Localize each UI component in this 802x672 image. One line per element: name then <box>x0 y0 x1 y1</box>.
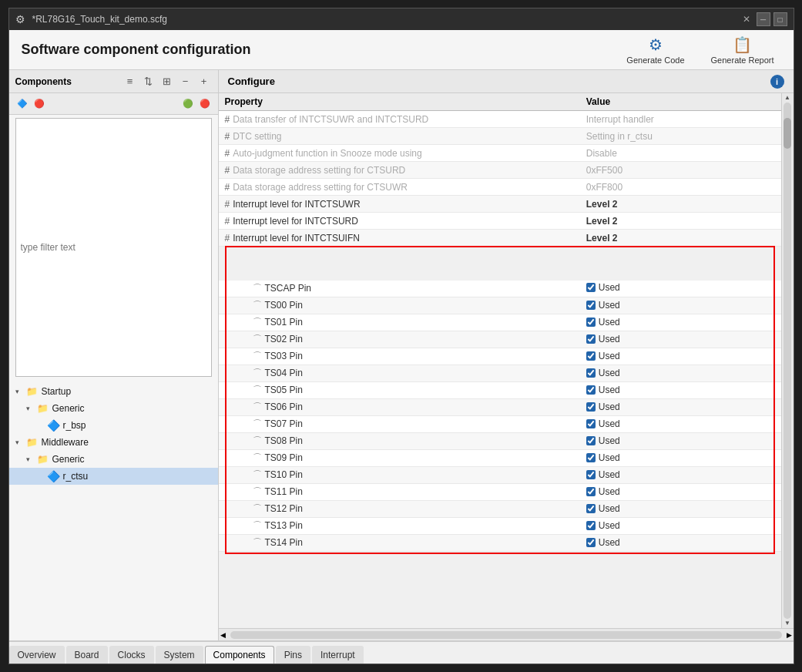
pin-row: ⌒TS01 PinUsed <box>219 314 781 331</box>
configure-header: Configure i <box>219 70 794 93</box>
folder-icon: 📁 <box>26 436 39 449</box>
used-checkbox[interactable] <box>586 419 596 428</box>
vertical-scrollbar[interactable]: ▲ ▼ <box>781 93 794 628</box>
used-checkbox[interactable] <box>586 402 596 412</box>
left-panel: Components ≡ ⇅ ⊞ − + 🔷 🔴 🟢 🔴 ▾ 📁 <box>9 70 219 640</box>
pin-row: ⌒TS14 PinUsed <box>219 535 781 552</box>
used-checkbox[interactable] <box>586 334 596 344</box>
tree-label-generic2: Generic <box>52 454 85 465</box>
table-row: #DTC settingSetting in r_ctsu <box>219 128 781 145</box>
used-label: Used <box>599 385 620 395</box>
tree-label-generic1: Generic <box>52 403 85 414</box>
used-label: Used <box>599 334 620 344</box>
filter-icon-btn[interactable]: ≡ <box>122 74 138 89</box>
generate-report-label: Generate Report <box>711 55 774 65</box>
pin-row: ⌒TS03 PinUsed <box>219 348 781 365</box>
used-label: Used <box>599 435 620 446</box>
tree-label-startup: Startup <box>42 386 72 397</box>
generate-code-label: Generate Code <box>626 55 684 65</box>
tab-components[interactable]: Components <box>205 646 274 664</box>
title-bar: ⚙ *RL78G16_Touch_kit_demo.scfg ✕ ─ □ <box>9 8 794 30</box>
add-icon-btn[interactable]: 🔷 <box>15 97 29 111</box>
tree-item-r-bsp[interactable]: ▶ 🔷 r_bsp <box>9 417 218 434</box>
pin-row: ⌒TS08 PinUsed <box>219 433 781 450</box>
used-label: Used <box>599 351 620 361</box>
tab-system[interactable]: System <box>156 646 203 664</box>
pin-row: ⌒TS05 PinUsed <box>219 382 781 399</box>
info-icon-button[interactable]: i <box>770 75 784 89</box>
used-checkbox[interactable] <box>586 385 596 395</box>
table-row: #Data transfer of INTCTSUWR and INTCTSUR… <box>219 111 781 128</box>
pin-row: ⌒TS06 PinUsed <box>219 399 781 416</box>
resources-header-row <box>219 247 781 264</box>
used-checkbox[interactable] <box>586 301 596 310</box>
tree-container: ▾ 📁 Startup ▾ 📁 Generic ▶ 🔷 r_bsp <box>9 380 218 640</box>
scroll-up-btn[interactable]: ▲ <box>784 95 790 101</box>
tree-item-r-ctsu[interactable]: ▶ 🔷 r_ctsu <box>9 468 218 485</box>
tab-board[interactable]: Board <box>66 646 108 664</box>
scroll-right-btn[interactable]: ▶ <box>785 631 794 639</box>
tab-pins[interactable]: Pins <box>276 646 310 664</box>
used-label: Used <box>599 486 620 497</box>
generate-report-button[interactable]: 📋 Generate Report <box>704 32 781 69</box>
used-label: Used <box>599 452 620 463</box>
used-checkbox[interactable] <box>586 487 596 496</box>
folder-icon: 📁 <box>37 402 49 415</box>
scroll-thumb[interactable] <box>784 118 791 149</box>
add2-icon-btn[interactable]: 🟢 <box>181 97 195 111</box>
used-checkbox[interactable] <box>586 453 596 462</box>
col-header-property: Property <box>219 93 580 111</box>
used-checkbox[interactable] <box>586 504 596 513</box>
used-checkbox[interactable] <box>586 368 596 378</box>
tab-clocks[interactable]: Clocks <box>109 646 154 664</box>
remove-icon-btn[interactable]: 🔴 <box>32 97 46 111</box>
scroll-down-btn[interactable]: ▼ <box>784 620 790 627</box>
expand-icon-btn[interactable]: + <box>196 74 212 89</box>
used-label: Used <box>599 469 620 480</box>
bottom-tabs: OverviewBoardClocksSystemComponentsPinsI… <box>9 640 794 664</box>
minimize-button[interactable]: ─ <box>757 12 770 26</box>
used-checkbox[interactable] <box>586 470 596 479</box>
pin-row: ⌒TS13 PinUsed <box>219 518 781 535</box>
tree-item-generic-middleware[interactable]: ▾ 📁 Generic <box>9 451 218 468</box>
page-title: Software component configuration <box>22 42 620 58</box>
tree-item-startup[interactable]: ▾ 📁 Startup <box>9 383 218 400</box>
header-bar: Software component configuration ⚙ Gener… <box>9 30 794 70</box>
used-checkbox[interactable] <box>586 351 596 361</box>
component-icon: 🔷 <box>48 470 60 482</box>
table-row: #Interrupt level for INTCTSUWRLevel 2 <box>219 196 781 213</box>
components-title: Components <box>15 76 119 87</box>
horizontal-scrollbar[interactable]: ◀ ▶ <box>219 628 794 640</box>
tree-icon-btn[interactable]: ⊞ <box>159 74 175 89</box>
used-label: Used <box>599 402 620 412</box>
scroll-left-btn[interactable]: ◀ <box>219 631 227 639</box>
used-checkbox[interactable] <box>586 283 596 292</box>
collapse-icon-btn[interactable]: − <box>178 74 193 89</box>
arrow-icon: ▾ <box>15 388 26 395</box>
h-scroll-track <box>230 631 782 639</box>
del2-icon-btn[interactable]: 🔴 <box>198 97 212 111</box>
used-label: Used <box>599 317 620 328</box>
config-table-wrapper: Property Value #Data transfer of INTCTSU… <box>219 93 781 628</box>
table-row: #Auto-judgment function in Snooze mode u… <box>219 145 781 162</box>
tab-overview[interactable]: Overview <box>9 646 65 664</box>
tab-interrupt[interactable]: Interrupt <box>312 646 364 664</box>
pin-row: ⌒TS10 PinUsed <box>219 467 781 484</box>
folder-icon: 📁 <box>37 453 49 465</box>
filter-input[interactable] <box>15 118 212 377</box>
sort-icon-btn[interactable]: ⇅ <box>141 74 156 89</box>
col-header-value: Value <box>580 93 781 111</box>
folder-icon: 📁 <box>26 385 39 398</box>
tree-item-middleware[interactable]: ▾ 📁 Middleware <box>9 434 218 451</box>
used-checkbox[interactable] <box>586 538 596 547</box>
toolbar-buttons: ⚙ Generate Code 📋 Generate Report <box>619 32 780 69</box>
left-panel-toolbar: 🔷 🔴 🟢 🔴 <box>9 93 218 115</box>
component-icon: 🔷 <box>48 419 60 432</box>
used-checkbox[interactable] <box>586 318 596 327</box>
used-checkbox[interactable] <box>586 521 596 530</box>
window-controls: ─ □ <box>757 12 787 26</box>
tree-item-generic-startup[interactable]: ▾ 📁 Generic <box>9 400 218 417</box>
used-checkbox[interactable] <box>586 436 596 445</box>
maximize-button[interactable]: □ <box>773 12 787 26</box>
generate-code-button[interactable]: ⚙ Generate Code <box>619 32 691 69</box>
